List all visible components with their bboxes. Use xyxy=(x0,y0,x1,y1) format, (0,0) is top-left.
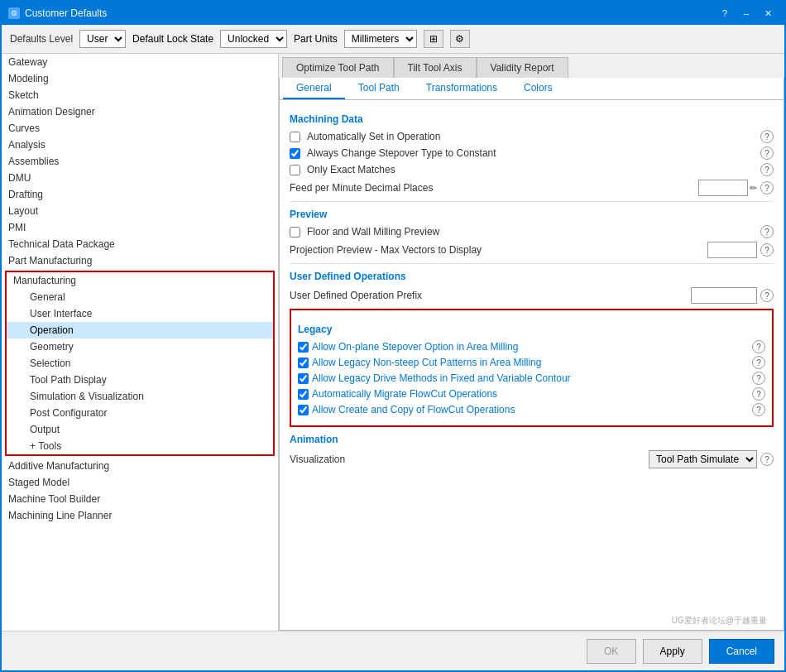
right-panel: Optimize Tool Path Tilt Tool Axis Validi… xyxy=(279,54,784,631)
part-units-label: Part Units xyxy=(294,33,338,45)
tree-item-curves[interactable]: Curves xyxy=(2,120,278,137)
tab-optimize-tool-path[interactable]: Optimize Tool Path xyxy=(282,57,394,78)
feed-help[interactable]: ? xyxy=(760,181,774,194)
help-button[interactable]: ? xyxy=(715,5,735,22)
tree-item-layout[interactable]: Layout xyxy=(2,203,278,219)
feed-label: Feed per Minute Decimal Places xyxy=(290,182,695,194)
always-change-label: Always Change Stepover Type to Constant xyxy=(307,147,757,159)
manufacturing-group: Manufacturing General User Interface Ope… xyxy=(5,271,275,456)
close-button[interactable]: ✕ xyxy=(758,5,778,22)
floor-wall-checkbox[interactable] xyxy=(290,227,300,238)
main-content: Gateway Modeling Sketch Animation Design… xyxy=(2,54,784,631)
tree-item-user-interface[interactable]: User Interface xyxy=(7,305,273,322)
app-icon: ⚙ xyxy=(8,7,20,19)
legacy-checkbox-4[interactable] xyxy=(298,405,309,415)
projection-input[interactable]: 50 xyxy=(707,242,757,258)
cancel-button[interactable]: Cancel xyxy=(709,639,774,664)
feed-edit-icon[interactable]: ✏ xyxy=(750,183,757,194)
legacy-help-0[interactable]: ? xyxy=(752,340,765,353)
tree-item-additive[interactable]: Additive Manufacturing xyxy=(2,458,278,474)
user-defined-title: User Defined Operations xyxy=(290,271,774,282)
tree-item-pmi[interactable]: PMI xyxy=(2,219,278,236)
legacy-checkbox-2[interactable] xyxy=(298,373,309,384)
tree-item-dmu[interactable]: DMU xyxy=(2,170,278,186)
ok-button[interactable]: OK xyxy=(587,639,636,664)
floor-wall-row: Floor and Wall Milling Preview ? xyxy=(290,225,774,238)
content-area: Machining Data Automatically Set in Oper… xyxy=(279,100,784,631)
tab-general[interactable]: General xyxy=(283,78,345,99)
tree-item-general[interactable]: General xyxy=(7,289,273,305)
legacy-item-4: Allow Create and Copy of FlowCut Operati… xyxy=(298,403,765,416)
tree-item-post-config[interactable]: Post Configurator xyxy=(7,405,273,421)
tab-transformations[interactable]: Transformations xyxy=(413,78,510,99)
lock-state-label: Default Lock State xyxy=(132,33,213,45)
inner-tab-bar: General Tool Path Transformations Colors xyxy=(279,78,784,100)
tree-item-animation[interactable]: Animation Designer xyxy=(2,103,278,120)
tree-item-machining-line[interactable]: Machining Line Planner xyxy=(2,507,278,524)
tree-item-geometry[interactable]: Geometry xyxy=(7,338,273,355)
tree-item-gateway[interactable]: Gateway xyxy=(2,54,278,70)
exact-matches-help[interactable]: ? xyxy=(760,163,774,176)
auto-set-help[interactable]: ? xyxy=(760,130,774,143)
exact-matches-checkbox[interactable] xyxy=(290,165,300,175)
legacy-item-3: Automatically Migrate FlowCut Operations… xyxy=(298,387,765,401)
legacy-help-3[interactable]: ? xyxy=(752,387,765,401)
tree-item-assemblies[interactable]: Assemblies xyxy=(2,153,278,170)
always-change-checkbox[interactable] xyxy=(290,148,300,159)
tab-validity-report[interactable]: Validity Report xyxy=(477,57,568,78)
tree-item-modeling[interactable]: Modeling xyxy=(2,70,278,87)
legacy-item-0: Allow On-plane Stepover Option in Area M… xyxy=(298,340,765,353)
legacy-label-1: Allow Legacy Non-steep Cut Patterns in A… xyxy=(312,357,541,368)
tree-item-staged[interactable]: Staged Model xyxy=(2,474,278,491)
legacy-item-1: Allow Legacy Non-steep Cut Patterns in A… xyxy=(298,356,765,369)
visualization-help[interactable]: ? xyxy=(760,453,774,466)
visualization-select[interactable]: Tool Path Simulate xyxy=(649,450,757,468)
auto-set-row: Automatically Set in Operation ? xyxy=(290,130,774,143)
lock-state-select[interactable]: Unlocked xyxy=(220,30,287,48)
settings-icon[interactable]: ⚙ xyxy=(450,30,470,48)
part-units-select[interactable]: Millimeters xyxy=(344,30,417,48)
prefix-input[interactable] xyxy=(691,287,757,304)
projection-help[interactable]: ? xyxy=(760,243,774,257)
always-change-help[interactable]: ? xyxy=(760,146,774,160)
floor-wall-help[interactable]: ? xyxy=(760,225,774,238)
legacy-checkbox-1[interactable] xyxy=(298,358,309,368)
tree-item-output[interactable]: Output xyxy=(7,421,273,438)
feed-input[interactable]: 1 xyxy=(698,180,748,196)
tree-item-operation[interactable]: Operation xyxy=(7,322,273,338)
tree-item-machine-tool[interactable]: Machine Tool Builder xyxy=(2,491,278,507)
browse-icon[interactable]: ⊞ xyxy=(424,30,443,48)
tree-item-analysis[interactable]: Analysis xyxy=(2,137,278,153)
visualization-dropdown-group: Tool Path Simulate xyxy=(649,450,757,468)
tree-item-drafting[interactable]: Drafting xyxy=(2,186,278,203)
projection-label: Projection Preview - Max Vectors to Disp… xyxy=(290,244,704,256)
legacy-help-2[interactable]: ? xyxy=(752,372,765,385)
legacy-help-1[interactable]: ? xyxy=(752,356,765,369)
legacy-checkbox-0[interactable] xyxy=(298,342,309,353)
auto-set-checkbox[interactable] xyxy=(290,132,300,142)
prefix-help[interactable]: ? xyxy=(760,289,774,302)
tab-colors[interactable]: Colors xyxy=(510,78,566,99)
animation-title: Animation xyxy=(290,434,774,445)
legacy-checkbox-3[interactable] xyxy=(298,389,309,400)
tree-item-tech-data[interactable]: Technical Data Package xyxy=(2,236,278,252)
tree-item-sketch[interactable]: Sketch xyxy=(2,87,278,103)
machining-data-title: Machining Data xyxy=(290,113,774,125)
defaults-level-select[interactable]: User xyxy=(79,30,126,48)
legacy-item-2: Allow Legacy Drive Methods in Fixed and … xyxy=(298,372,765,385)
minimize-button[interactable]: – xyxy=(736,5,756,22)
tree-item-part-mfg[interactable]: Part Manufacturing xyxy=(2,252,278,269)
apply-button[interactable]: Apply xyxy=(643,639,702,664)
tree-item-simulation[interactable]: Simulation & Visualization xyxy=(7,388,273,405)
outer-tab-bar: Optimize Tool Path Tilt Tool Axis Validi… xyxy=(279,54,784,78)
tab-tool-path[interactable]: Tool Path xyxy=(345,78,413,99)
legacy-section: Legacy Allow On-plane Stepover Option in… xyxy=(290,309,774,427)
tab-tilt-tool-axis[interactable]: Tilt Tool Axis xyxy=(394,57,477,78)
title-bar-buttons: ? – ✕ xyxy=(715,5,778,22)
tree-item-manufacturing[interactable]: Manufacturing xyxy=(7,272,273,289)
tree-item-selection[interactable]: Selection xyxy=(7,355,273,372)
left-panel: Gateway Modeling Sketch Animation Design… xyxy=(2,54,279,631)
legacy-help-4[interactable]: ? xyxy=(752,403,765,416)
tree-item-tools[interactable]: + Tools xyxy=(7,438,273,454)
tree-item-tool-path-display[interactable]: Tool Path Display xyxy=(7,372,273,388)
